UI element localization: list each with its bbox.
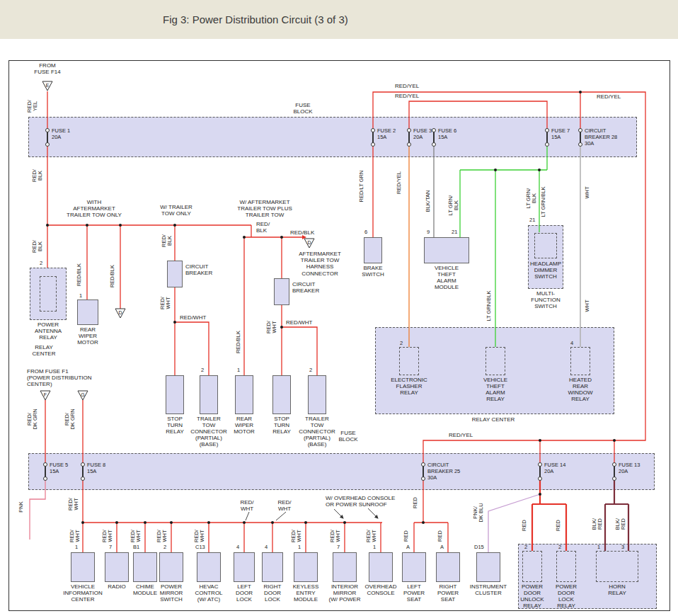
pin-number: B1 <box>133 544 139 550</box>
wire-color-label: RED/ DK GRN <box>64 389 76 449</box>
component: POWER ANTENNA RELAY <box>16 268 80 341</box>
component-box <box>364 237 382 263</box>
component: HORN RELAY <box>585 551 649 597</box>
wire-color-label: RED/ WHT <box>156 506 168 566</box>
diagram-label: RED/WHT <box>180 314 206 321</box>
component-box <box>556 551 576 582</box>
pin-number: A <box>406 544 410 550</box>
pin-number: 6 <box>364 229 367 235</box>
component-label: POWER DOOR LOCK RELAY <box>556 584 577 610</box>
wire-color-label: LT GRN/ BLK <box>447 176 460 235</box>
wire-color-label: RED/ WHT <box>130 506 142 566</box>
diagram-label: RELAY CENTER <box>472 416 515 423</box>
component-box <box>308 375 326 414</box>
fuse-symbol <box>372 131 374 144</box>
wire-color-label: RED/ WHT <box>101 506 114 566</box>
diagram-label: RED/ BLK <box>256 221 270 234</box>
pointer-lines <box>246 508 378 520</box>
component-label: ELECTRONIC FLASHER RELAY <box>391 377 427 397</box>
fuse-symbol <box>47 131 48 144</box>
diagram-label: RED/YEL <box>449 432 473 438</box>
wire-color-label: RED/BLK <box>106 246 119 306</box>
pin-number: 1 <box>298 544 301 550</box>
wire-color-label: LT GRN/BLK <box>483 276 495 336</box>
fuse-symbol <box>408 131 410 144</box>
pin-number: 3 <box>621 544 624 550</box>
diagram-label: W/ AFTERMARKET TRAILER TOW PLUS TRAILER … <box>237 199 292 219</box>
wire-color-label: RED/ WHT <box>290 506 303 566</box>
wire-color-label: RED/ DK GRN <box>26 389 39 449</box>
wire-color-label: RED/ WHT <box>329 506 342 566</box>
pin-number: 9 <box>427 229 430 235</box>
pin-number: A <box>440 544 444 550</box>
pink-wire <box>30 479 45 540</box>
fuse-symbol <box>580 131 581 144</box>
wire-color-label: RED/ WHT <box>365 506 378 566</box>
connector-g-label: G <box>81 392 84 397</box>
diagram-label: FROM FUSE F14 <box>34 62 60 75</box>
diagram-label: RED/BLK <box>290 229 314 236</box>
connector-e-label: E <box>46 83 50 88</box>
pin-number: 1 <box>79 292 82 299</box>
wire-color-label: RED <box>434 506 447 566</box>
wire-color-label: RED/ WHT <box>69 506 81 566</box>
pin-number: 2 <box>558 544 561 550</box>
component-label: TRAILER TOW CONNECTOR (PARTIAL) (BASE) <box>299 416 335 448</box>
wire-color-label: RED/ BLK <box>31 217 44 276</box>
fuse-symbol <box>423 465 424 478</box>
component-box <box>476 552 500 582</box>
junction-dots <box>46 91 616 524</box>
diagram-label: CIRCUIT BREAKER <box>185 263 212 276</box>
pin-number: 2 <box>400 340 403 346</box>
pin-number: 2 <box>201 367 204 373</box>
component-box <box>424 237 469 263</box>
fuse-label: FUSE 8 15A <box>87 462 137 475</box>
wire-color-label: PNK <box>15 477 28 537</box>
pin-number: 7 <box>109 544 112 550</box>
pin-number: 2 <box>524 544 527 550</box>
diagram-label: RED/YEL <box>395 83 419 89</box>
wire-color-label: RED <box>400 506 413 566</box>
diagram-label: RED/YEL <box>395 93 419 99</box>
component-box <box>596 551 638 582</box>
diagram-label: RED/ WHT <box>240 499 253 512</box>
red-wires <box>45 91 645 552</box>
component-label: BRAKE SWITCH <box>362 266 384 278</box>
component-label: POWER ANTENNA RELAY <box>35 322 62 341</box>
fuse-symbol <box>45 465 46 478</box>
component: ELECTRONIC FLASHER RELAY <box>377 347 441 397</box>
wire-color-label: LT GRN/BLK <box>537 172 550 232</box>
wire-color-label: RED/BLK <box>232 312 245 372</box>
component-label: HORN RELAY <box>608 584 626 597</box>
connector-f-label: F <box>44 392 47 397</box>
component: VEHICLE THEFT ALARM RELAY <box>464 347 527 403</box>
component-box <box>399 347 419 375</box>
component-label: RIGHT POWER SEAT <box>437 584 459 603</box>
diagram-label: MULTI- FUNCTION SWITCH <box>531 290 560 310</box>
wire-color-label: WHT <box>581 163 594 222</box>
fuse-label: FUSE 13 20A <box>619 462 668 475</box>
component-label: VEHICLE THEFT ALARM MODULE <box>435 266 459 291</box>
pin-number: 1 <box>373 544 376 550</box>
pin-number: 2 <box>309 367 312 373</box>
component-label: VEHICLE THEFT ALARM RELAY <box>483 377 507 403</box>
diagram-label: RED/YEL <box>597 93 621 100</box>
fuse-label: FUSE 14 20A <box>544 462 594 475</box>
component-box <box>570 347 590 375</box>
pin-number: 1 <box>75 544 78 550</box>
pin-number: 1 <box>237 367 240 373</box>
fuse-label: CIRCUIT BREAKER 25 30A <box>427 462 477 481</box>
wire-color-label: BLK/TAN <box>422 171 435 231</box>
pin-number: 1 <box>597 544 600 550</box>
pin-number: 21 <box>452 229 457 235</box>
fuse-symbol <box>546 131 548 144</box>
pin-number: 4 <box>236 544 239 550</box>
wire-color-label: PNK/ DK BLU <box>472 483 485 542</box>
fuse-label: CIRCUIT BREAKER 28 30A <box>585 128 634 147</box>
pin-number: 2 <box>163 544 166 550</box>
component: VEHICLE THEFT ALARM MODULE <box>415 237 478 291</box>
wire-color-label: RED/YEL <box>393 153 406 212</box>
fuse-symbol <box>539 465 541 478</box>
wire-color-label: RED/ WHT <box>265 297 278 357</box>
fuse-symbol <box>614 465 615 478</box>
